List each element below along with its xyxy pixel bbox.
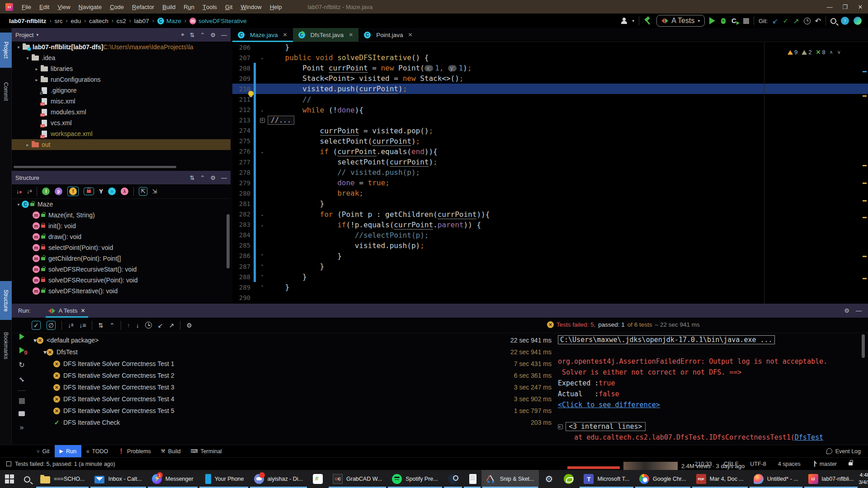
code-editor[interactable]: 206 }207⌄ public void solveDFSIterative(…: [232, 42, 868, 304]
code-line[interactable]: 285 visited.push(p);: [232, 240, 868, 251]
project-tree-row[interactable]: ▸out: [12, 139, 231, 150]
import-tests-icon[interactable]: ↙: [158, 322, 163, 329]
stripe-mark[interactable]: [863, 278, 867, 279]
code-line[interactable]: 274 currPoint = visited.pop();: [232, 126, 868, 136]
user-icon[interactable]: [621, 18, 628, 24]
toolwindow-button-build[interactable]: ⚒Build: [156, 445, 186, 458]
autoscroll-from-source-icon[interactable]: ⇲: [152, 188, 157, 195]
taskbar-start[interactable]: [0, 470, 19, 488]
fold-marker[interactable]: ⌃: [257, 264, 268, 269]
search-icon[interactable]: [830, 18, 836, 24]
expand-all-icon[interactable]: ⇅: [98, 322, 104, 329]
taskbar-snip[interactable]: Snip & Sket...: [481, 470, 539, 488]
folded-code[interactable]: //...: [268, 116, 294, 125]
show-non-public-icon[interactable]: [84, 188, 94, 195]
close-icon[interactable]: ✕: [283, 32, 288, 38]
console-link[interactable]: DfsTest: [795, 433, 823, 441]
fold-marker[interactable]: ⌄: [257, 55, 268, 60]
breadcrumb-item[interactable]: Maze: [166, 18, 181, 24]
test-row[interactable]: ✕DFS Iterative Solver Correctness Test 3…: [32, 381, 556, 393]
toggle-auto-test-icon[interactable]: ↻: [19, 361, 24, 369]
code-line[interactable]: 211 //: [232, 94, 868, 104]
settings-gear-icon[interactable]: ⚙: [210, 174, 216, 181]
structure-tree-row[interactable]: msolveDFSIterative(): void: [12, 286, 231, 296]
chevron-down-icon[interactable]: ▾: [36, 33, 38, 37]
console-scrollbar[interactable]: [862, 334, 865, 358]
inspection-typo[interactable]: ✕8: [816, 49, 825, 56]
hide-panel-icon[interactable]: —: [221, 174, 227, 181]
sort-by-visibility-icon[interactable]: ↓■: [16, 188, 22, 195]
console-link[interactable]: <Click to see difference>: [558, 401, 660, 409]
stripe-mark[interactable]: [863, 200, 867, 202]
avatar[interactable]: [854, 17, 862, 25]
sidebar-tab-bookmarks[interactable]: Bookmarks: [0, 326, 12, 365]
code-with-me-icon[interactable]: ↑: [841, 17, 849, 25]
method-hierarchy-icon[interactable]: Y: [99, 188, 103, 195]
tree-chevron-icon[interactable]: ▾: [15, 45, 22, 50]
readonly-lock-icon[interactable]: [849, 462, 853, 465]
stripe-mark[interactable]: [863, 71, 867, 72]
code-line[interactable]: 284 //selectPoint(p);: [232, 230, 868, 240]
rerun-button[interactable]: [19, 333, 24, 340]
show-ignored-icon[interactable]: ∅: [47, 321, 56, 330]
taskbar-slack[interactable]: [308, 470, 328, 488]
code-line[interactable]: 209 Stack<Point> visited = new Stack<>()…: [232, 73, 868, 84]
test-history-icon[interactable]: [145, 322, 152, 328]
taskbar-phone[interactable]: Your Phone: [198, 470, 249, 488]
close-icon[interactable]: ✕: [408, 32, 412, 38]
export-tests-icon[interactable]: ↗: [169, 322, 175, 329]
run-configuration-select[interactable]: A Tests ▾: [656, 15, 705, 27]
code-line[interactable]: 286⌃ }: [232, 251, 868, 261]
sort-alphabetically-icon[interactable]: ↓ᵃ: [27, 188, 32, 195]
tree-chevron-icon[interactable]: ▸: [24, 142, 31, 147]
code-line[interactable]: 280 break;: [232, 188, 868, 198]
expand-all-icon[interactable]: ⇅: [190, 174, 195, 181]
taskbar-mail[interactable]: Inbox - Calt...: [90, 470, 146, 488]
project-tree-row[interactable]: ▾lab07-nflblitz [lab07-dfs] C:\Users\max…: [12, 42, 231, 52]
thread-dump-camera-icon[interactable]: [19, 411, 25, 416]
structure-tree-row[interactable]: mMaze(int, String): [12, 210, 231, 221]
expand-all-icon[interactable]: ⇅: [190, 32, 195, 38]
breadcrumb-item[interactable]: src: [55, 18, 63, 24]
project-tree-row[interactable]: ▸libraries: [12, 63, 231, 74]
tree-chevron-icon[interactable]: ▾: [43, 348, 47, 356]
project-tree-row[interactable]: misc.xml: [12, 96, 231, 107]
fold-marker[interactable]: ⌄: [257, 149, 268, 154]
sort-by-duration-icon[interactable]: ↓≡: [79, 322, 86, 329]
taskbar-spotify[interactable]: Spotify Pre...: [387, 470, 443, 488]
test-row[interactable]: ✕DFS Iterative Solver Correctness Test 2…: [32, 370, 556, 381]
error-stripe[interactable]: [862, 42, 868, 304]
toolwindow-button-todo[interactable]: ≡TODO: [81, 445, 113, 458]
settings-gear-icon[interactable]: ⚙: [844, 307, 849, 314]
menu-navigate[interactable]: Navigate: [75, 0, 106, 14]
taskbar-chrome[interactable]: Google Chr...: [634, 470, 691, 488]
sidebar-tab-commit[interactable]: Commit: [0, 74, 12, 109]
build-hammer-icon[interactable]: [644, 17, 652, 25]
menu-run[interactable]: Run: [179, 0, 198, 14]
show-properties-icon[interactable]: p: [55, 188, 62, 195]
code-line[interactable]: 278 // visited.push(p);: [232, 167, 868, 178]
taskbar-teams[interactable]: TMicrosoft T...: [579, 470, 634, 488]
structure-tree-row[interactable]: mdraw(): void: [12, 231, 231, 242]
menu-help[interactable]: Help: [266, 0, 286, 14]
breadcrumb-item[interactable]: cs2: [117, 18, 126, 24]
coverage-button[interactable]: C: [731, 17, 739, 25]
test-row[interactable]: ✓DFS Iterative Check203 ms: [32, 417, 556, 428]
code-line[interactable]: 289⌃ }: [232, 282, 868, 292]
close-button[interactable]: ✕: [853, 0, 868, 14]
collapse-all-icon[interactable]: ⌃: [109, 322, 115, 329]
run-console[interactable]: C:\Users\maxwe\.jdks\openjdk-17.0.1\bin\…: [558, 334, 860, 445]
structure-tree-row[interactable]: msolveDFSRecursiveStart(): void: [12, 264, 231, 275]
taskbar-notepad[interactable]: [463, 470, 481, 488]
fold-expand-icon[interactable]: +: [558, 424, 563, 429]
stripe-mark[interactable]: [863, 256, 867, 257]
inspections-widget[interactable]: 92✕8∧∨: [788, 49, 841, 56]
test-row[interactable]: ✕DFS Iterative Solver Correctness Test 5…: [32, 405, 556, 417]
project-tree-row[interactable]: workspace.xml: [12, 128, 231, 139]
breadcrumb-item[interactable]: edu: [71, 18, 81, 24]
toolwindow-button-run[interactable]: ▶Run: [55, 445, 81, 458]
event-log[interactable]: Event Log: [826, 448, 868, 455]
taskbar-messenger[interactable]: 1Messenger: [147, 470, 198, 488]
sidebar-tab-project[interactable]: Project: [0, 33, 12, 68]
close-icon[interactable]: ✕: [349, 32, 353, 38]
